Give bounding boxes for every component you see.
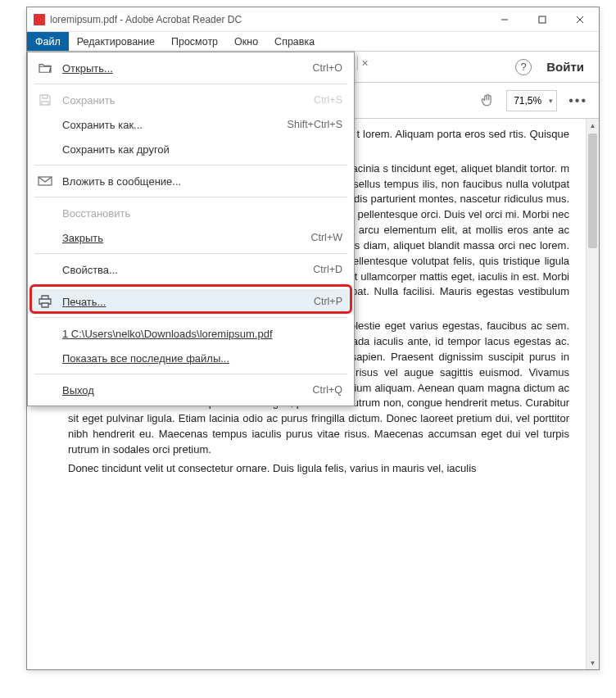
menu-label: Показать все последние файлы... — [62, 352, 342, 365]
menu-show-all-recent[interactable]: Показать все последние файлы... — [28, 346, 354, 370]
menu-shortcut: Ctrl+D — [313, 264, 342, 275]
menu-save: Сохранить Ctrl+S — [28, 88, 354, 112]
menu-separator — [34, 84, 347, 84]
file-menu-dropdown: Открыть... Ctrl+O Сохранить Ctrl+S Сохра… — [27, 52, 355, 406]
menu-label: Сохранить как... — [62, 119, 288, 131]
menu-separator — [34, 253, 347, 254]
menu-save-other[interactable]: Сохранить как другой — [28, 137, 354, 161]
menu-label: 1 C:\Users\nelko\Downloads\loremipsum.pd… — [62, 328, 342, 340]
help-icon[interactable]: ? — [515, 59, 532, 75]
menu-save-as[interactable]: Сохранить как... Shift+Ctrl+S — [28, 112, 354, 137]
scroll-up-icon[interactable]: ▲ — [587, 119, 599, 132]
menu-label: Вложить в сообщение... — [62, 175, 342, 188]
menu-label: Выход — [62, 384, 313, 397]
menu-separator — [34, 317, 347, 318]
window-title: loremipsum.pdf - Adobe Acrobat Reader DC — [50, 14, 242, 25]
svg-rect-1 — [539, 16, 546, 23]
folder-open-icon — [36, 61, 54, 75]
printer-icon — [36, 294, 54, 309]
menu-label: Открыть... — [62, 62, 313, 75]
menu-shortcut: Ctrl+W — [310, 232, 342, 243]
scroll-down-icon[interactable]: ▼ — [587, 656, 599, 669]
titlebar: loremipsum.pdf - Adobe Acrobat Reader DC — [27, 7, 599, 32]
floppy-icon — [36, 93, 54, 107]
menu-shortcut: Ctrl+Q — [313, 384, 342, 396]
menu-print[interactable]: Печать... Ctrl+P — [28, 289, 354, 314]
pdf-icon — [34, 14, 45, 25]
menu-label: Печать... — [62, 296, 314, 308]
menu-shortcut: Ctrl+P — [314, 296, 342, 307]
menu-recent-1[interactable]: 1 C:\Users\nelko\Downloads\loremipsum.pd… — [28, 321, 354, 346]
menu-label: Свойства... — [62, 264, 313, 276]
menu-label: Сохранить — [62, 94, 314, 107]
menu-revert: Восстановить — [28, 201, 354, 225]
scroll-thumb[interactable] — [588, 134, 597, 248]
maximize-button[interactable] — [523, 7, 561, 32]
menu-separator — [34, 285, 347, 286]
close-button[interactable] — [561, 7, 599, 32]
menu-edit[interactable]: Редактирование — [69, 32, 163, 51]
menu-exit[interactable]: Выход Ctrl+Q — [28, 378, 354, 402]
more-tools-icon[interactable]: ••• — [565, 93, 591, 108]
signin-button[interactable]: Войти — [538, 60, 592, 74]
menu-label: Сохранить как другой — [62, 143, 342, 156]
menu-open[interactable]: Открыть... Ctrl+O — [28, 56, 354, 80]
envelope-icon — [36, 174, 54, 188]
menu-shortcut: Ctrl+S — [314, 94, 342, 106]
menu-view[interactable]: Просмотр — [163, 32, 226, 51]
menu-separator — [34, 197, 347, 197]
menubar: Файл Редактирование Просмотр Окно Справк… — [27, 32, 599, 52]
menu-properties[interactable]: Свойства... Ctrl+D — [28, 257, 354, 282]
zoom-value: 71,5% — [514, 95, 541, 107]
menu-file[interactable]: Файл — [27, 32, 69, 51]
menu-shortcut: Ctrl+O — [313, 62, 342, 74]
menu-close-doc[interactable]: Закрыть Ctrl+W — [28, 225, 354, 250]
hand-tool-icon[interactable] — [477, 90, 498, 111]
menu-window[interactable]: Окно — [226, 32, 266, 51]
menu-separator — [34, 165, 347, 165]
menu-help[interactable]: Справка — [266, 32, 323, 51]
menu-separator — [34, 374, 347, 374]
menu-shortcut: Shift+Ctrl+S — [288, 119, 342, 130]
tab-close-icon[interactable]: × — [357, 56, 372, 70]
menu-attach-email[interactable]: Вложить в сообщение... — [28, 169, 354, 193]
menu-label: Закрыть — [62, 232, 310, 244]
vertical-scrollbar[interactable]: ▲ ▼ — [586, 119, 599, 669]
minimize-button[interactable] — [486, 7, 523, 32]
menu-label: Восстановить — [62, 207, 342, 220]
zoom-select[interactable]: 71,5% — [506, 90, 557, 111]
